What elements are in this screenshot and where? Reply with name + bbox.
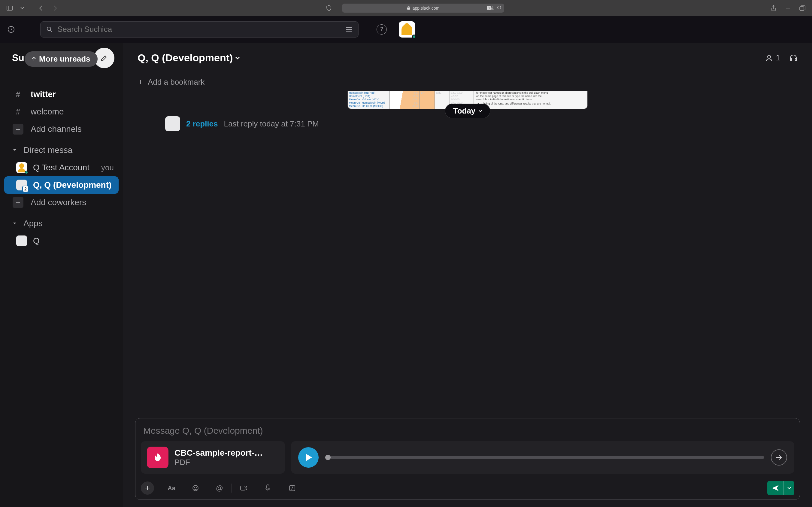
message-list: Hemoglobin (HB/Hgb) Hematocrit (HCT) Mea… [123,91,812,412]
search-box[interactable] [40,21,358,38]
pdf-icon [147,447,168,468]
lock-icon [407,6,410,10]
sidebar: Suchica More unreads # twitter # [0,43,123,507]
app-item-q[interactable]: Q [4,232,119,249]
add-coworkers-button[interactable]: + Add coworkers [0,194,123,211]
plus-icon: + [13,124,23,134]
channel-item-twitter[interactable]: # twitter [0,86,123,103]
bot-avatar [165,116,180,131]
play-button[interactable] [298,447,318,468]
search-input[interactable] [57,24,341,34]
svg-point-5 [47,27,51,31]
new-tab-icon[interactable] [784,4,792,12]
svg-point-9 [196,487,197,488]
sidebar-toggle-icon[interactable] [5,4,14,12]
member-count-button[interactable]: 1 [765,53,780,62]
svg-rect-0 [7,6,13,10]
dm-item-q-development[interactable]: 2 Q, Q (Development) [4,176,119,194]
send-button[interactable] [767,481,784,495]
attachment-filetype: PDF [174,458,263,467]
back-button[interactable] [37,4,45,12]
audio-progress[interactable] [325,456,764,459]
channel-title-button[interactable]: Q, Q (Development) [137,52,240,64]
filter-icon[interactable] [346,26,352,33]
attachment-audio[interactable] [291,441,794,474]
dm-avatar [16,162,27,173]
svg-point-6 [767,55,770,58]
search-icon [47,26,53,33]
audio-forward-button[interactable] [771,449,787,465]
help-button[interactable]: ? [376,24,387,35]
huddle-button[interactable] [789,54,798,62]
app-avatar [16,235,27,246]
dm-section-header[interactable]: Direct messa [0,142,123,159]
user-avatar[interactable] [399,21,415,38]
reply-count-link[interactable]: 2 replies [186,119,218,128]
dm-item-self[interactable]: Q Test Account you [4,159,119,176]
attach-button[interactable] [141,482,154,495]
attachment-pdf[interactable]: CBC-sample-report-… PDF [141,441,285,474]
reload-icon[interactable] [497,5,501,11]
audio-thumb[interactable] [325,455,331,460]
share-icon[interactable] [769,4,778,12]
browser-toolbar: app.slack.com ⁠🅰︎あ [0,0,812,16]
forward-button [51,4,59,12]
date-divider-pill[interactable]: Today [445,104,490,118]
presence-indicator [412,35,416,39]
svg-rect-3 [800,7,804,10]
url-text: app.slack.com [413,6,439,10]
message-composer: Message Q, Q (Development) CBC-sample-re… [135,418,800,500]
channel-header: Q, Q (Development) 1 [123,43,812,73]
video-button[interactable] [237,482,250,495]
main-pane: Q, Q (Development) 1 Add a bookmark [123,43,812,507]
format-button[interactable]: Aa [165,482,178,495]
url-bar[interactable]: app.slack.com ⁠🅰︎あ [342,4,504,13]
attachment-filename: CBC-sample-report-… [174,448,263,458]
emoji-button[interactable] [189,482,202,495]
you-label: you [101,163,114,172]
hash-icon: # [13,90,23,99]
mention-button[interactable]: @ [213,482,226,495]
send-options-button[interactable] [784,481,794,495]
chevron-down-icon[interactable] [18,4,26,12]
shortcut-button[interactable] [286,482,299,495]
svg-rect-10 [240,486,245,490]
shield-icon[interactable] [325,4,333,12]
add-bookmark-button[interactable]: Add a bookmark [123,73,812,91]
svg-point-7 [193,486,198,491]
unread-badge: 2 [22,186,29,192]
history-button[interactable] [6,24,16,35]
thread-summary[interactable]: 2 replies Last reply today at 7:31 PM [135,116,800,131]
audio-record-button[interactable] [261,482,275,495]
apps-section-header[interactable]: Apps [0,215,123,232]
hash-icon: # [13,107,23,117]
more-unreads-pill[interactable]: More unreads [24,51,98,67]
svg-point-8 [194,487,195,488]
slack-topbar: ? [0,16,812,43]
svg-rect-11 [267,485,269,489]
plus-icon: + [13,197,23,208]
reply-timestamp: Last reply today at 7:31 PM [224,119,319,128]
message-input[interactable]: Message Q, Q (Development) [141,422,794,441]
svg-rect-2 [407,7,410,10]
dm-avatar: 2 [16,180,27,190]
tabs-icon[interactable] [798,4,807,12]
add-channels-button[interactable]: + Add channels [0,120,123,138]
composer-toolbar: Aa @ [141,478,794,495]
translate-icon[interactable]: ⁠🅰︎あ [487,5,495,11]
channel-item-welcome[interactable]: # welcome [0,103,123,120]
